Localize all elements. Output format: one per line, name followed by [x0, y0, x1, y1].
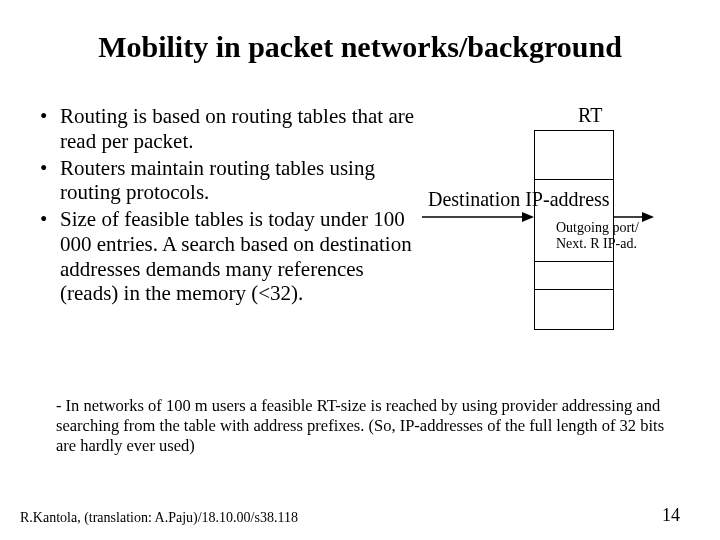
table-divider	[535, 261, 613, 262]
arrow-in-icon	[422, 210, 534, 224]
arrow-out-icon	[614, 210, 654, 224]
svg-marker-3	[642, 212, 654, 222]
destination-label: Destination IP-address	[428, 188, 610, 211]
table-divider	[535, 179, 613, 180]
footer-author: R.Kantola, (translation: A.Paju)/18.10.0…	[20, 510, 298, 526]
table-divider	[535, 289, 613, 290]
routing-table-diagram: RT Destination IP-address Outgoing port/…	[428, 104, 658, 334]
bullet-text: Routing is based on routing tables that …	[60, 104, 420, 154]
outgoing-line2: Next. R IP-ad.	[556, 236, 637, 251]
bullet-marker: •	[40, 207, 60, 306]
bullet-item: • Routers maintain routing tables using …	[40, 156, 420, 206]
bullet-list: • Routing is based on routing tables tha…	[40, 104, 420, 334]
bullet-marker: •	[40, 156, 60, 206]
content-area: • Routing is based on routing tables tha…	[40, 104, 680, 334]
footnote-text: - In networks of 100 m users a feasible …	[56, 396, 680, 455]
bullet-marker: •	[40, 104, 60, 154]
svg-marker-1	[522, 212, 534, 222]
page-number: 14	[662, 505, 680, 526]
slide: Mobility in packet networks/background •…	[0, 0, 720, 540]
bullet-text: Size of feasible tables is today under 1…	[60, 207, 420, 306]
outgoing-label: Outgoing port/ Next. R IP-ad.	[556, 220, 639, 252]
slide-title: Mobility in packet networks/background	[40, 30, 680, 64]
bullet-item: • Size of feasible tables is today under…	[40, 207, 420, 306]
rt-label: RT	[578, 104, 602, 127]
bullet-item: • Routing is based on routing tables tha…	[40, 104, 420, 154]
bullet-text: Routers maintain routing tables using ro…	[60, 156, 420, 206]
